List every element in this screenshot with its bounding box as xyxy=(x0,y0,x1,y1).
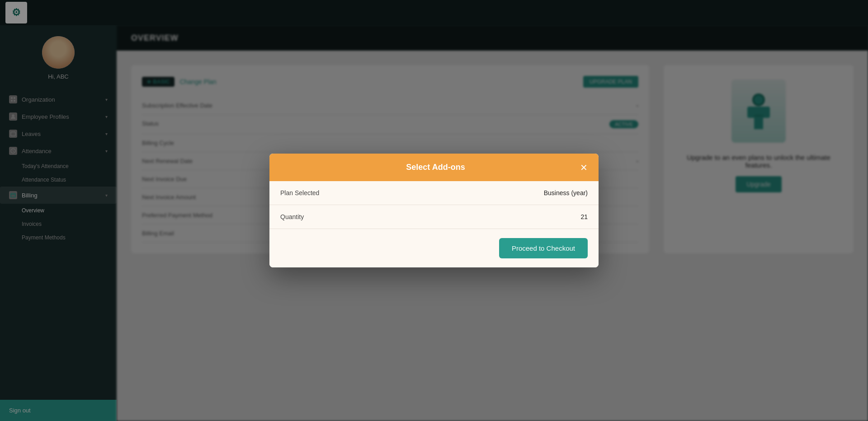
modal-row-value-quantity: 21 xyxy=(580,213,588,220)
modal-row-plan-selected: Plan Selected Business (year) xyxy=(269,181,599,205)
modal-header: Select Add-ons ✕ xyxy=(269,154,599,181)
modal-row-value-plan: Business (year) xyxy=(544,189,588,196)
modal-footer: Proceed to Checkout xyxy=(269,229,599,267)
modal-row-label-quantity: Quantity xyxy=(280,213,580,220)
modal-row-label-plan: Plan Selected xyxy=(280,189,544,196)
modal-body: Plan Selected Business (year) Quantity 2… xyxy=(269,181,599,229)
modal-close-button[interactable]: ✕ xyxy=(580,163,588,172)
modal-row-quantity: Quantity 21 xyxy=(269,205,599,229)
modal: Select Add-ons ✕ Plan Selected Business … xyxy=(269,154,599,267)
modal-title: Select Add-ons xyxy=(291,163,580,172)
modal-overlay: Select Add-ons ✕ Plan Selected Business … xyxy=(0,0,868,421)
proceed-to-checkout-button[interactable]: Proceed to Checkout xyxy=(499,238,588,258)
